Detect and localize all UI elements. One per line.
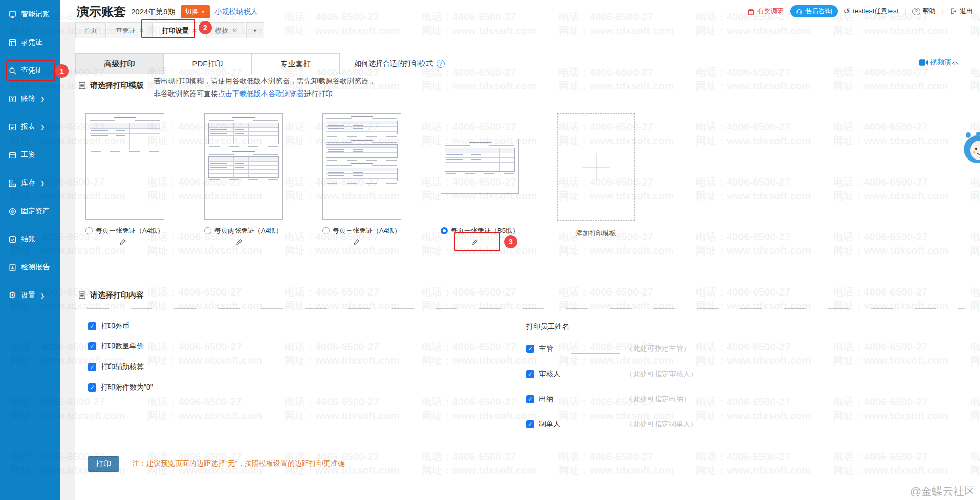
divider: |	[904, 8, 906, 15]
staff-row-supervisor: ✓ 主管 （此处可指定主管）	[526, 344, 690, 354]
sidebar-item-label: 工资	[21, 150, 35, 160]
close-icon[interactable]: ×	[140, 24, 144, 38]
staff-row-reviewer: ✓ 审核人 （此处可指定审核人）	[526, 369, 698, 379]
mode-tab-advanced-print[interactable]: 高级打印	[75, 53, 164, 74]
sidebar-item-check-report[interactable]: 检测报告	[8, 260, 60, 275]
sidebar-item-settings[interactable]: ⚙ 设置 ❯	[8, 288, 60, 303]
edit-template-icon[interactable]	[351, 238, 362, 248]
tab-print-settings[interactable]: 打印设置 ×	[154, 22, 206, 38]
tab-home[interactable]: 首页	[75, 22, 106, 38]
edit-template-icon[interactable]	[117, 238, 128, 248]
checkbox-checked-icon[interactable]: ✓	[526, 370, 534, 378]
radio-icon[interactable]	[322, 227, 330, 234]
edit-template-icon[interactable]	[233, 238, 245, 248]
template-thumbnail-b5-one[interactable]	[441, 139, 519, 194]
browser-note: 若出现打印模糊，请使用谷歌低版本浏览器，需先卸载原谷歌浏览器， 非谷歌浏览器可直…	[154, 75, 376, 100]
gear-icon: ⚙	[8, 291, 17, 300]
check-square-icon	[8, 235, 17, 244]
checkbox-checked-icon[interactable]: ✓	[88, 342, 96, 350]
sidebar-item-reports[interactable]: 报表 ❯	[8, 120, 60, 134]
chevron-right-icon: ❯	[40, 180, 45, 186]
survey-link[interactable]: 有奖调研	[747, 7, 784, 16]
preparer-name-input[interactable]	[571, 419, 620, 429]
download-browser-link[interactable]: 点击下载低版本谷歌浏览器	[218, 89, 304, 98]
template-radio-a4-three[interactable]: 每页三张凭证（A4纸）	[322, 226, 401, 235]
print-button[interactable]: 打印	[88, 456, 119, 472]
staff-label: 主管	[539, 344, 563, 353]
sidebar-item-closing[interactable]: 结账	[8, 232, 60, 246]
sidebar-item-inventory[interactable]: 库存 ❯	[8, 176, 60, 190]
annotation-step-badge: 2	[199, 21, 212, 34]
edit-template-icon-b5[interactable]	[469, 238, 481, 248]
supervisor-name-input[interactable]	[571, 344, 620, 354]
account-set-title: 演示账套	[77, 4, 126, 20]
chevron-right-icon: ❯	[40, 96, 45, 102]
option-label: 打印外币	[101, 322, 129, 331]
option-print-quantity-price[interactable]: ✓ 打印数量单价	[88, 342, 144, 351]
question-circle-icon[interactable]: ?	[437, 60, 445, 68]
template-thumbnail-a4-three[interactable]	[322, 113, 401, 220]
sidebar-item-smart-accounting[interactable]: 智能记账	[8, 7, 60, 21]
caret-down-icon: ▼	[253, 24, 257, 38]
header-right-toolbar: 有奖调研 售后咨询 ↺ testtest任意test | ? 帮助 | 退出	[747, 5, 973, 17]
community-watermark: @金蝶云社区	[910, 484, 975, 498]
note-prefix: 非谷歌浏览器可直接	[154, 89, 218, 98]
video-demo-link[interactable]: 视频演示	[919, 58, 959, 67]
sidebar-item-label: 检测报告	[21, 263, 50, 272]
divider	[75, 104, 965, 104]
tab-voucher-search[interactable]: 查凭证 ×	[107, 22, 153, 38]
sidebar-item-label: 录凭证	[21, 38, 42, 47]
user-menu[interactable]: ↺ testtest任意test	[844, 7, 898, 16]
template-radio-a4-two[interactable]: 每页两张凭证（A4纸）	[204, 226, 282, 235]
option-label: 打印附件数为"0"	[101, 383, 153, 392]
template-thumbnail-a4-two[interactable]	[204, 113, 283, 220]
option-print-foreign-currency[interactable]: ✓ 打印外币	[88, 322, 129, 331]
switch-account-button[interactable]: 切换 ▼	[181, 5, 210, 18]
tab-template[interactable]: 模板 ×	[206, 22, 245, 38]
checkbox-checked-icon[interactable]: ✓	[88, 383, 96, 392]
checkbox-checked-icon[interactable]: ✓	[88, 363, 96, 371]
mode-tab-pdf-print[interactable]: PDF打印	[163, 53, 252, 74]
checkbox-checked-icon[interactable]: ✓	[526, 420, 534, 428]
sidebar-item-label: 结账	[21, 235, 35, 244]
plus-icon	[596, 153, 596, 181]
checkbox-checked-icon[interactable]: ✓	[526, 345, 534, 353]
annotation-step-badge: 1	[55, 64, 69, 78]
support-label: 售后咨询	[805, 7, 832, 16]
print-margin-note: 注：建议预览页面的边距选择"无"，按照模板设置的边距打印更准确	[132, 459, 345, 468]
radio-selected-icon[interactable]	[441, 227, 448, 234]
radio-icon[interactable]	[204, 227, 211, 234]
checkbox-checked-icon[interactable]: ✓	[526, 395, 534, 403]
tab-list-dropdown[interactable]: ▼	[246, 22, 264, 38]
close-icon[interactable]: ×	[193, 24, 197, 38]
assistant-mascot[interactable]	[963, 131, 980, 170]
sidebar-item-fixed-assets[interactable]: 固定资产	[8, 204, 60, 218]
mode-tab-professional-print[interactable]: 专业套打	[251, 53, 340, 74]
taxpayer-type-link[interactable]: 小规模纳税人	[215, 7, 258, 16]
radio-icon[interactable]	[85, 227, 93, 234]
sidebar-item-label: 账簿	[21, 94, 35, 103]
content-section-header: 请选择打印内容	[78, 290, 144, 300]
template-thumbnail-a4-one[interactable]	[85, 113, 164, 220]
checkbox-checked-icon[interactable]: ✓	[88, 322, 96, 330]
logout-link[interactable]: 退出	[950, 7, 973, 16]
help-link[interactable]: ? 帮助	[912, 7, 936, 16]
staff-hint: （此处可指定主管）	[626, 344, 690, 353]
add-template-box[interactable]	[557, 113, 635, 221]
reviewer-name-input[interactable]	[571, 369, 620, 379]
option-print-auxiliary[interactable]: ✓ 打印辅助核算	[88, 362, 144, 372]
edit-underline	[235, 248, 243, 248]
close-icon[interactable]: ×	[232, 24, 236, 38]
option-print-attachment-zero[interactable]: ✓ 打印附件数为"0"	[88, 383, 153, 392]
staff-label: 审核人	[539, 370, 563, 379]
sidebar-item-voucher-entry[interactable]: 录凭证	[8, 35, 60, 50]
template-radio-a4-one[interactable]: 每页一张凭证（A4纸）	[85, 226, 164, 235]
support-button[interactable]: 售后咨询	[790, 5, 838, 17]
sidebar-item-voucher-search[interactable]: 查凭证	[8, 63, 60, 78]
template-radio-b5-one[interactable]: 每页一张凭证（B5纸）	[441, 226, 519, 235]
chevron-right-icon: ❯	[40, 124, 45, 130]
template-label: 每页两张凭证（A4纸）	[214, 226, 282, 235]
cashier-name-input[interactable]	[571, 394, 620, 404]
sidebar-item-payroll[interactable]: 工资	[8, 148, 60, 162]
sidebar-item-ledgers[interactable]: 账簿 ❯	[8, 92, 60, 106]
